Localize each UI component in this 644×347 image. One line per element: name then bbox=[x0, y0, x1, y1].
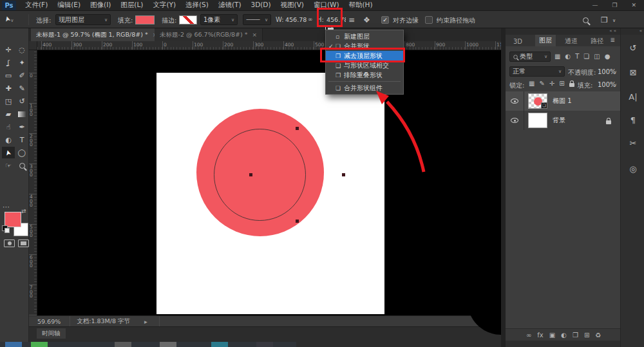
filter-type-dropdown[interactable]: 类型∨ bbox=[509, 52, 551, 62]
path-alignment-icon[interactable]: ≡ bbox=[348, 15, 355, 24]
eyedropper-tool[interactable]: ✐ bbox=[15, 70, 28, 81]
canvas-area[interactable] bbox=[37, 50, 501, 315]
menu-item-4[interactable]: 文字(Y) bbox=[153, 1, 176, 10]
stroke-color-swatch[interactable] bbox=[179, 15, 197, 24]
filter-type-layers-icon[interactable]: T bbox=[575, 53, 579, 60]
filter-shape-layers-icon[interactable]: ❏ bbox=[583, 53, 589, 60]
properties-panel-icon[interactable]: ✂ bbox=[625, 135, 641, 151]
menu-item-new-layer[interactable]: ▫新建图层 bbox=[326, 32, 403, 41]
history-brush-tool[interactable]: ↺ bbox=[15, 95, 28, 107]
inner-ellipse-path[interactable] bbox=[214, 129, 306, 221]
layer-visibility-icon[interactable] bbox=[511, 118, 518, 123]
timeline-tab[interactable]: 时间轴 bbox=[37, 328, 66, 339]
creative-cloud-icon[interactable]: ◎ bbox=[625, 161, 641, 176]
quick-mask-button[interactable] bbox=[4, 239, 15, 247]
layer-name[interactable]: 背景 bbox=[553, 116, 565, 125]
layer-visibility-icon[interactable] bbox=[511, 98, 518, 104]
fill-caret-icon[interactable]: ∨ bbox=[614, 82, 617, 88]
filter-smart-objects-icon[interactable]: ◫ bbox=[594, 53, 600, 60]
menu-item-subtract-front-shape[interactable]: ❐减去顶层形状 bbox=[326, 51, 403, 61]
delete-layer-icon[interactable]: ♻ bbox=[595, 332, 601, 339]
edit-toolbar-dots[interactable]: ⋯ bbox=[3, 203, 10, 211]
pen-tool[interactable]: ✒ bbox=[15, 121, 28, 133]
width-value[interactable]: 456.78 像 bbox=[285, 16, 307, 24]
clone-source-panel-icon[interactable]: ⊠ bbox=[625, 64, 641, 80]
panel-tab-3D[interactable]: 3D bbox=[509, 36, 526, 46]
lock-all-icon[interactable] bbox=[569, 83, 574, 87]
link-layers-icon[interactable]: ∞ bbox=[526, 332, 531, 339]
panel-tab-路径[interactable]: 路径 bbox=[587, 36, 607, 46]
constrain-path-checkbox[interactable] bbox=[425, 16, 433, 24]
opacity-caret-icon[interactable]: ∨ bbox=[614, 70, 617, 75]
blend-mode-dropdown[interactable]: 正常∨ bbox=[509, 66, 565, 77]
fill-color-swatch[interactable] bbox=[135, 15, 155, 24]
dodge-tool[interactable]: ◐ bbox=[2, 134, 15, 145]
smudge-tool[interactable]: ☝ bbox=[2, 121, 15, 133]
type-tool[interactable]: T bbox=[15, 134, 28, 145]
document-tab-2[interactable]: 未标题-2 @ 66.7%(RGB/8#) *× bbox=[155, 28, 263, 41]
add-layer-mask-icon[interactable]: ▣ bbox=[549, 332, 555, 339]
dock-collapse-bar[interactable]: « « bbox=[506, 28, 620, 35]
workspace-caret-icon[interactable]: ∨ bbox=[612, 18, 616, 23]
tool-preset-icon[interactable]: ➤∨ bbox=[5, 15, 14, 23]
paragraph-panel-icon[interactable]: ¶ bbox=[625, 112, 641, 127]
lock-image-pixels-icon[interactable]: ✎ bbox=[539, 80, 544, 87]
move-tool[interactable]: ✛ bbox=[2, 44, 15, 55]
filter-pixel-layers-icon[interactable]: ▦ bbox=[554, 53, 560, 60]
strip-collapse-icon[interactable]: « bbox=[621, 28, 644, 35]
lock-position-icon[interactable]: ✛ bbox=[549, 80, 554, 87]
menu-item-6[interactable]: 滤镜(T) bbox=[218, 1, 242, 10]
filter-toggle-icon[interactable]: ● bbox=[605, 53, 611, 60]
menu-item-3[interactable]: 图层(L) bbox=[120, 1, 143, 10]
layer-thumbnail[interactable]: ❏ bbox=[528, 93, 547, 109]
layer-row-1[interactable]: ❏椭圆 1 bbox=[506, 91, 620, 111]
history-panel-icon[interactable]: ↺ bbox=[625, 40, 641, 55]
hand-tool[interactable]: ☞ bbox=[2, 160, 15, 171]
document-canvas[interactable] bbox=[156, 73, 384, 314]
menu-item-7[interactable]: 3D(D) bbox=[251, 1, 270, 10]
menu-item-1[interactable]: 编辑(E) bbox=[57, 1, 80, 10]
minimize-button[interactable]: — bbox=[592, 2, 598, 8]
default-colors-icon[interactable] bbox=[2, 225, 8, 231]
menu-item-2[interactable]: 图像(I) bbox=[90, 1, 111, 10]
screen-mode-button[interactable] bbox=[18, 239, 29, 247]
gradient-tool[interactable] bbox=[15, 108, 28, 120]
doc-tab-close-icon[interactable]: × bbox=[252, 32, 258, 38]
lock-transparent-pixels-icon[interactable]: ▦ bbox=[529, 80, 535, 87]
layer-thumbnail[interactable] bbox=[528, 113, 547, 128]
lasso-tool[interactable]: ʆ bbox=[2, 57, 15, 68]
select-mode-dropdown[interactable]: 现用图层∨ bbox=[55, 14, 111, 25]
new-group-icon[interactable]: ❐ bbox=[573, 332, 578, 339]
menu-item-9[interactable]: 窗口(W) bbox=[314, 1, 339, 10]
eraser-tool[interactable]: ▰ bbox=[2, 108, 15, 120]
menu-item-intersect-shape-areas[interactable]: ❑与形状区域相交 bbox=[326, 61, 403, 70]
swap-colors-icon[interactable]: ⇄ bbox=[21, 208, 26, 214]
path-anchor-top[interactable] bbox=[296, 127, 299, 130]
layer-row-2[interactable]: 背景 bbox=[506, 111, 620, 130]
menu-item-0[interactable]: 文件(F) bbox=[25, 1, 48, 10]
path-arrangement-icon[interactable]: ❖ bbox=[363, 15, 370, 24]
crop-tool[interactable]: ▭ bbox=[2, 70, 15, 81]
stroke-style-dropdown[interactable]: ———∨ bbox=[243, 14, 271, 25]
menu-item-8[interactable]: 视图(V) bbox=[281, 1, 304, 10]
search-icon[interactable] bbox=[583, 17, 589, 25]
layer-effects-icon[interactable]: fx bbox=[537, 332, 543, 339]
brush-tool[interactable]: ✎ bbox=[15, 82, 28, 94]
layer-name[interactable]: 椭圆 1 bbox=[553, 97, 572, 106]
align-edges-checkbox[interactable]: ✓ bbox=[381, 16, 389, 24]
stroke-width-field[interactable]: 1像素∨ bbox=[200, 14, 238, 25]
status-expand-icon[interactable]: ▸ bbox=[144, 318, 147, 325]
close-button[interactable]: ✕ bbox=[631, 2, 636, 8]
link-dimensions-icon[interactable]: ∞ bbox=[308, 16, 313, 23]
menu-item-merge-shape-components[interactable]: ❏合并形状组件 bbox=[326, 83, 403, 93]
healing-brush-tool[interactable]: ✚ bbox=[2, 82, 15, 94]
menu-item-5[interactable]: 选择(S) bbox=[185, 1, 209, 10]
zoom-tool[interactable] bbox=[15, 160, 28, 171]
panel-tab-图层[interactable]: 图层 bbox=[535, 35, 556, 46]
filter-adjustment-layers-icon[interactable]: ◐ bbox=[565, 53, 571, 60]
zoom-percent-field[interactable]: 59.69% bbox=[37, 318, 61, 325]
restore-button[interactable]: ❐ bbox=[612, 2, 617, 8]
menu-item-unite-shapes[interactable]: ✓❏合并形状 bbox=[326, 41, 403, 51]
path-selection-tool[interactable]: ➤ bbox=[2, 147, 15, 158]
new-layer-icon[interactable]: ⊞ bbox=[584, 332, 589, 339]
